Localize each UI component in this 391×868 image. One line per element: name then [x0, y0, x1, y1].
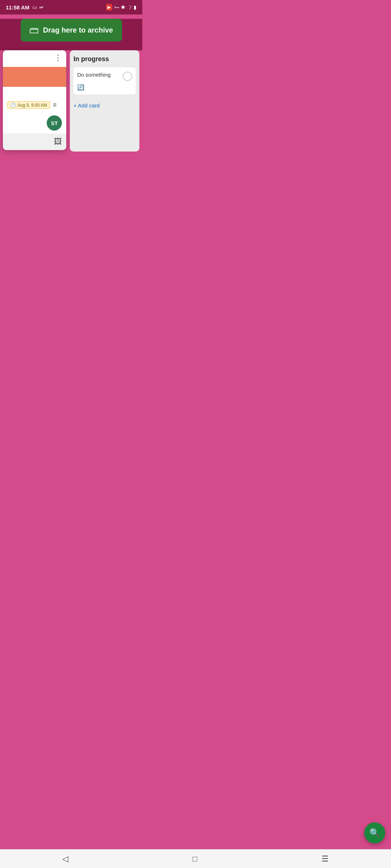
status-icons-left: ▭ ⇌ — [32, 4, 43, 10]
dragging-card[interactable]: ⋮ 🕐 Aug 9, 9:00 AM ≡ ST 🖼 — [3, 50, 66, 150]
card-date-badge: 🕐 Aug 9, 9:00 AM — [7, 101, 50, 109]
camera-status-icon: ▶ — [106, 4, 112, 10]
in-progress-list: In progress Do something 🔄 + Add card — [70, 50, 139, 152]
list-title: In progress — [73, 55, 136, 63]
moon-icon: ☽ — [127, 4, 132, 10]
boards-container: ⋮ 🕐 Aug 9, 9:00 AM ≡ ST 🖼 In progress — [0, 50, 142, 152]
archive-icon: 🗃 — [29, 25, 39, 36]
status-bar: 11:58 AM ▭ ⇌ ▶ 🗝 ✱ ☽ ▮ — [0, 0, 142, 14]
status-time: 11:58 AM — [6, 4, 29, 10]
card-avatar-row: ST — [7, 115, 62, 133]
wifi-icon: ⇌ — [39, 4, 43, 10]
card-item[interactable]: Do something 🔄 — [73, 67, 136, 94]
card-image-row: 🖼 — [3, 133, 66, 150]
card-item-header: Do something — [77, 72, 132, 81]
battery-icon: ▮ — [134, 4, 136, 10]
card-menu-icon[interactable]: ⋮ — [54, 54, 62, 62]
image-icon: 🖼 — [54, 137, 62, 146]
bluetooth-icon: ✱ — [121, 4, 125, 10]
card-date-text: Aug 9, 9:00 AM — [17, 103, 47, 108]
archive-label: Drag here to archive — [43, 26, 113, 34]
card-item-icons: 🔄 — [77, 84, 132, 91]
video-recording-icon: ▭ — [32, 4, 37, 10]
archive-drop-zone[interactable]: 🗃 Drag here to archive — [21, 19, 122, 42]
card-body-top: ⋮ — [3, 50, 66, 67]
description-icon: ≡ — [53, 101, 57, 109]
card-date-row: 🕐 Aug 9, 9:00 AM ≡ — [7, 101, 62, 109]
status-bar-left: 11:58 AM ▭ ⇌ — [6, 4, 43, 10]
avatar-initials: ST — [51, 120, 58, 126]
card-item-title: Do something — [77, 72, 111, 78]
card-menu-row: ⋮ — [7, 54, 62, 62]
clock-icon: 🕐 — [10, 102, 16, 108]
card-item-checkbox[interactable] — [123, 72, 132, 81]
add-card-button[interactable]: + Add card — [73, 101, 100, 110]
refresh-icon: 🔄 — [77, 84, 84, 91]
avatar: ST — [47, 115, 62, 131]
status-icons-right: ▶ 🗝 ✱ ☽ ▮ — [106, 4, 136, 10]
card-color-band — [3, 67, 66, 87]
key-icon: 🗝 — [114, 4, 119, 10]
